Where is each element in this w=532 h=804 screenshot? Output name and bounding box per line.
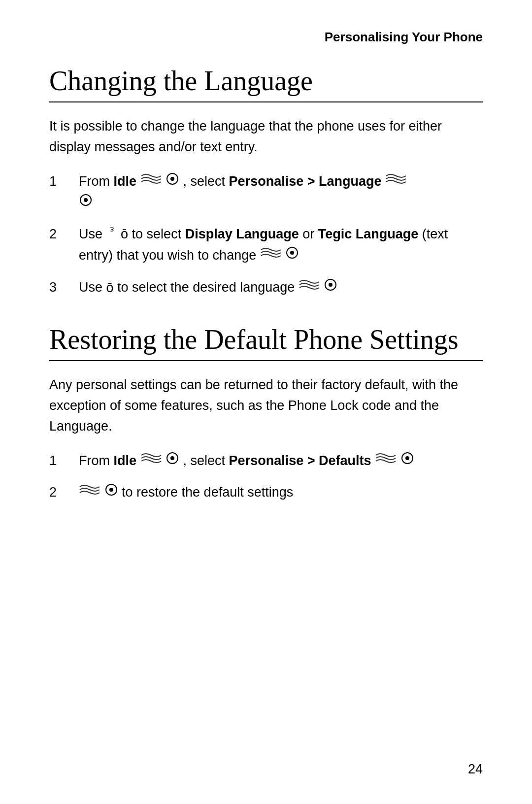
step-number: 2 <box>49 482 79 503</box>
ok-icon-7 <box>104 482 118 503</box>
step-number: 3 <box>49 277 79 298</box>
section2-step1: 1 From Idle <box>49 451 483 472</box>
bold-personalise-language: Personalise > Language <box>229 174 382 189</box>
bold-display-language: Display Language <box>185 227 299 241</box>
menu-icon-2 <box>385 171 407 192</box>
section1-step2: 2 Use ᵌ ō to select Display Language or … <box>49 224 483 267</box>
scroll-icon: ᵌ <box>106 224 117 245</box>
section1-step3: 3 Use ō to select the desired language <box>49 277 483 299</box>
svg-text:ᵌ: ᵌ <box>109 225 114 238</box>
step-number: 1 <box>49 171 79 192</box>
step-content: Use ᵌ ō to select Display Language or Te… <box>79 224 483 267</box>
step2-text: to restore the default settings <box>122 485 293 500</box>
step-content: From Idle <box>79 171 483 214</box>
header-title: Personalising Your Phone <box>325 30 483 44</box>
section2-steps: 1 From Idle <box>49 451 483 504</box>
svg-point-1 <box>170 177 174 181</box>
section1-intro: It is possible to change the language th… <box>49 116 483 158</box>
ok-icon-4 <box>324 277 337 298</box>
step-number: 2 <box>49 224 79 245</box>
bold-tegic-language: Tegic Language <box>318 227 419 241</box>
bold-idle-2: Idle <box>114 453 137 468</box>
svg-point-8 <box>329 283 332 287</box>
svg-point-3 <box>84 198 88 202</box>
step-content: Use ō to select the desired language <box>79 277 483 299</box>
page-header: Personalising Your Phone <box>49 30 483 45</box>
section1-title: Changing the Language <box>49 65 483 102</box>
section-changing-language: Changing the Language It is possible to … <box>49 65 483 299</box>
section-restoring-defaults: Restoring the Default Phone Settings Any… <box>49 323 483 503</box>
svg-point-10 <box>170 456 174 460</box>
page-number: 24 <box>468 762 483 777</box>
bold-personalise-defaults: Personalise > Defaults <box>229 453 371 468</box>
ok-icon-3 <box>285 245 299 266</box>
menu-icon-5 <box>140 451 162 471</box>
ok-icon <box>166 171 179 192</box>
menu-icon-3 <box>260 245 282 266</box>
section2-intro: Any personal settings can be returned to… <box>49 375 483 437</box>
section2-title: Restoring the Default Phone Settings <box>49 323 483 361</box>
menu-icon <box>140 171 162 192</box>
bold-idle: Idle <box>114 174 137 189</box>
section1-step1: 1 From Idle <box>49 171 483 214</box>
menu-icon-4 <box>299 277 320 298</box>
page-container: Personalising Your Phone Changing the La… <box>0 0 532 804</box>
ok-icon-6 <box>400 451 414 471</box>
section1-steps: 1 From Idle <box>49 171 483 299</box>
step-content: From Idle , select <box>79 451 483 472</box>
ok-icon-5 <box>166 451 179 471</box>
menu-icon-6 <box>375 451 397 471</box>
menu-icon-7 <box>79 482 100 503</box>
svg-point-6 <box>290 251 294 255</box>
svg-point-14 <box>109 488 113 492</box>
step-content: to restore the default settings <box>79 482 483 503</box>
svg-point-12 <box>405 456 409 460</box>
ok-icon-2 <box>79 193 93 213</box>
section2-step2: 2 to rest <box>49 482 483 503</box>
step-number: 1 <box>49 451 79 471</box>
